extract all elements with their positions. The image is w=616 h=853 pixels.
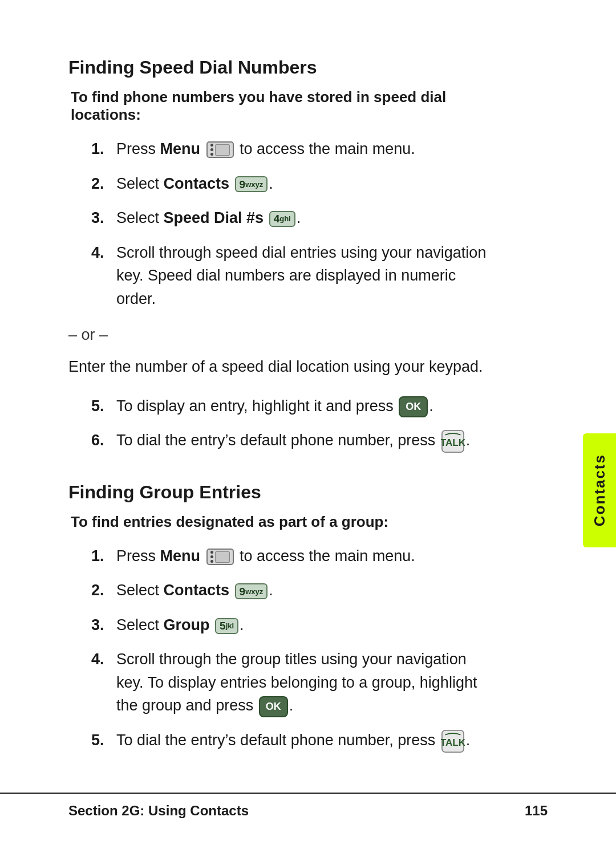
group-step-5-content: To dial the entry’s default phone number… [114,729,491,753]
menu-dots-2 [210,551,213,563]
menu-dot-1 [210,144,213,147]
section-speed-dial-title: Finding Speed Dial Numbers [68,57,491,78]
ok-key-1: OK [399,396,428,417]
group-step-1: 1. Press Menu to access the main menu. [91,545,491,568]
menu-dot-3 [210,153,213,156]
step-6-content: To dial the entry’s default phone number… [114,429,491,453]
group-step-4-content: Scroll through the group titles using yo… [114,648,491,717]
step-4-content: Scroll through speed dial entries using … [114,241,491,311]
or-divider: – or – [68,326,491,344]
step-6: 6. To dial the entry’s default phone num… [91,429,491,453]
step-3: 3. Select Speed Dial #s 4ghi. [91,206,491,230]
step-5-num: 5. [91,395,114,418]
svg-text:TALK: TALK [441,736,465,748]
group-steps-after: 5. To dial the entry’s default phone num… [91,729,491,753]
menu-dot-6 [210,560,213,563]
step-2-content: Select Contacts 9wxyz. [114,172,491,196]
section-speed-dial-intro: To find phone numbers you have stored in… [68,88,491,124]
group-step-5: 5. To dial the entry’s default phone num… [91,729,491,753]
page-footer: Section 2G: Using Contacts 115 [0,793,616,819]
menu-rect [215,144,230,156]
enter-text: Enter the number of a speed dial locatio… [68,355,491,379]
key-5-btn: 5jkl [215,618,238,634]
section-group-intro: To find entries designated as part of a … [68,513,491,531]
group-step-2-content: Select Contacts 9wxyz. [114,579,491,602]
step-2-num: 2. [91,172,114,196]
talk-key-2: TALK [441,729,465,753]
ok-key-2: OK [259,696,288,717]
step-3-num: 3. [91,206,114,230]
group-step-3-num: 3. [91,614,114,637]
group-step-3-content: Select Group 5jkl. [114,614,491,637]
menu-dot-2 [210,148,213,151]
step-1: 1. Press Menu to access the main menu. [91,137,491,161]
step-4-num: 4. [91,241,114,265]
menu-key-icon-2 [206,549,234,565]
speed-dial-steps: 1. Press Menu to access the main menu. [91,137,491,310]
group-step-5-num: 5. [91,729,114,752]
menu-dots [210,144,213,156]
talk-key-1: TALK [441,429,465,453]
group-step-2: 2. Select Contacts 9wxyz. [91,579,491,602]
group-step-4: 4. Scroll through the group titles using… [91,648,491,717]
key-9-btn-2: 9wxyz [235,583,268,599]
step-6-num: 6. [91,429,114,452]
step-1-num: 1. [91,137,114,161]
group-step-1-content: Press Menu to access the main menu. [114,545,491,568]
group-step-1-num: 1. [91,545,114,568]
section-speed-dial: Finding Speed Dial Numbers To find phone… [68,57,491,453]
sidebar-tab-label: Contacts [591,454,609,526]
key-4-btn: 4ghi [269,211,295,227]
step-4: 4. Scroll through speed dial entries usi… [91,241,491,311]
section-group-entries: Finding Group Entries To find entries de… [68,482,491,753]
step-5-content: To display an entry, highlight it and pr… [114,395,491,418]
page-content: Finding Speed Dial Numbers To find phone… [0,0,559,833]
menu-rect-2 [215,551,230,563]
speed-dial-steps-after: 5. To display an entry, highlight it and… [91,395,491,453]
group-step-2-num: 2. [91,579,114,602]
svg-text:TALK: TALK [441,437,465,448]
step-2: 2. Select Contacts 9wxyz. [91,172,491,196]
group-steps: 1. Press Menu to access the main menu. [91,545,491,717]
group-step-3: 3. Select Group 5jkl. [91,614,491,637]
step-1-content: Press Menu to access the main menu. [114,137,491,161]
key-9-btn: 9wxyz [235,176,268,192]
menu-dot-5 [210,555,213,558]
step-3-content: Select Speed Dial #s 4ghi. [114,206,491,230]
group-step-4-num: 4. [91,648,114,671]
menu-key-icon [206,141,234,158]
footer-page-number: 115 [525,803,548,819]
menu-dot-4 [210,551,213,554]
footer-section-label: Section 2G: Using Contacts [68,803,249,819]
sidebar-contacts-tab: Contacts [583,433,616,547]
step-5: 5. To display an entry, highlight it and… [91,395,491,418]
section-group-title: Finding Group Entries [68,482,491,503]
